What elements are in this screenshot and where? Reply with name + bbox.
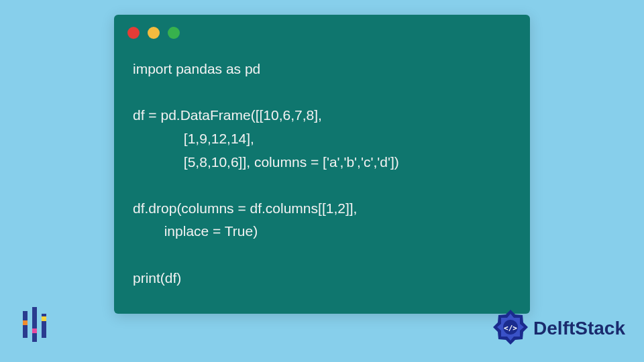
- left-logo-icon: [20, 304, 50, 347]
- minimize-icon: [148, 27, 160, 39]
- gear-icon: </>: [492, 308, 529, 349]
- code-window: import pandas as pd df = pd.DataFrame([[…: [114, 15, 530, 314]
- svg-rect-5: [42, 316, 46, 321]
- window-titlebar: [114, 15, 530, 46]
- code-block: import pandas as pd df = pd.DataFrame([[…: [114, 46, 530, 295]
- svg-rect-2: [32, 307, 37, 342]
- svg-text:</>: </>: [504, 324, 517, 333]
- maximize-icon: [168, 27, 180, 39]
- close-icon: [127, 27, 140, 39]
- brand-name: DelftStack: [533, 318, 625, 339]
- svg-rect-1: [23, 320, 28, 325]
- brand-logo: </> DelftStack: [492, 308, 625, 349]
- svg-rect-3: [32, 328, 37, 333]
